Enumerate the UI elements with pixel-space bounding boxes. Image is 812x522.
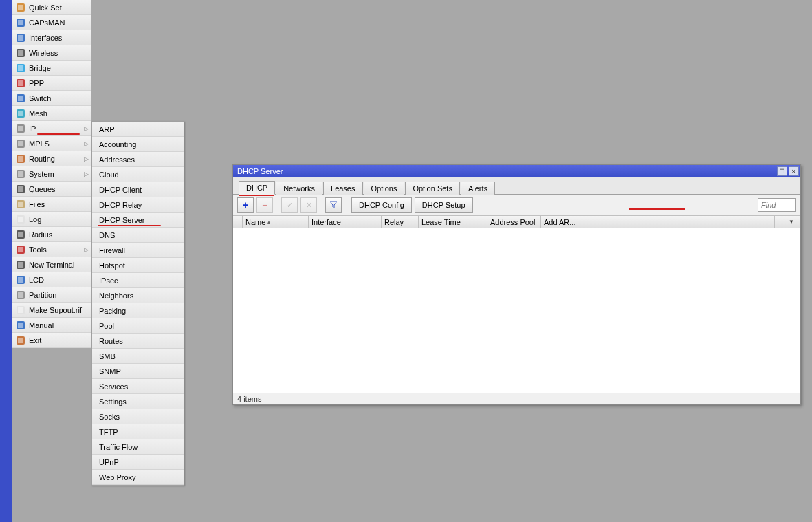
column-header-interface[interactable]: Interface	[309, 216, 382, 228]
submenu-item-hotspot[interactable]: Hotspot	[92, 258, 184, 273]
queues-icon	[15, 184, 26, 195]
column-label: Lease Time	[421, 218, 461, 226]
sidebar-item-wireless[interactable]: Wireless	[12, 45, 91, 61]
sidebar-item-new-terminal[interactable]: New Terminal	[12, 257, 91, 272]
svg-rect-11	[18, 80, 23, 86]
sidebar-item-ip[interactable]: IP▷	[12, 121, 91, 136]
submenu-item-label: SNMP	[99, 367, 121, 376]
sidebar-item-exit[interactable]: Exit	[12, 333, 91, 348]
svg-rect-17	[18, 126, 23, 131]
submenu-item-packing[interactable]: Packing	[92, 303, 184, 318]
remove-button[interactable]: −	[256, 197, 273, 213]
tab-dhcp[interactable]: DHCP	[239, 181, 275, 195]
submenu-item-settings[interactable]: Settings	[92, 394, 184, 409]
log-icon	[15, 214, 26, 225]
sidebar-item-mpls[interactable]: MPLS▷	[12, 136, 91, 151]
window-titlebar[interactable]: DHCP Server ❐ ✕	[233, 165, 800, 177]
svg-rect-41	[18, 307, 23, 313]
submenu-item-label: Services	[99, 382, 128, 391]
sidebar-item-mesh[interactable]: Mesh	[12, 106, 91, 121]
system-icon	[15, 168, 26, 180]
submenu-item-dhcp-client[interactable]: DHCP Client	[92, 182, 184, 197]
submenu-item-label: Pool	[99, 322, 114, 330]
sidebar-item-log[interactable]: Log	[12, 212, 91, 227]
chevron-right-icon: ▷	[84, 246, 89, 253]
sidebar-item-label: LCD	[29, 276, 44, 284]
sidebar-item-switch[interactable]: Switch	[12, 91, 91, 106]
submenu-item-upnp[interactable]: UPnP	[92, 455, 184, 470]
submenu-item-snmp[interactable]: SNMP	[92, 364, 184, 379]
sidebar-item-files[interactable]: Files	[12, 197, 91, 212]
submenu-item-dhcp-relay[interactable]: DHCP Relay	[92, 197, 184, 213]
sidebar-item-label: Files	[29, 200, 45, 208]
exit-icon	[15, 335, 26, 346]
submenu-item-label: Neighbors	[99, 292, 133, 300]
window-close-button[interactable]: ✕	[789, 166, 799, 176]
enable-button[interactable]: ✓	[281, 197, 298, 213]
tab-networks[interactable]: Networks	[276, 182, 322, 195]
svg-rect-5	[18, 35, 23, 41]
window-restore-button[interactable]: ❐	[777, 166, 787, 176]
tab-options[interactable]: Options	[364, 182, 405, 195]
chevron-right-icon: ▷	[84, 155, 89, 162]
sidebar-item-partition[interactable]: Partition	[12, 287, 91, 303]
tab-leases[interactable]: Leases	[323, 182, 362, 195]
sidebar-item-capsman[interactable]: CAPsMAN	[12, 15, 91, 30]
submenu-item-dns[interactable]: DNS	[92, 228, 184, 243]
submenu-item-ipsec[interactable]: IPsec	[92, 273, 184, 288]
submenu-item-dhcp-server[interactable]: DHCP Server	[92, 213, 184, 228]
submenu-item-label: Packing	[99, 307, 126, 315]
column-header-flag[interactable]	[233, 216, 243, 228]
tab-alerts[interactable]: Alerts	[461, 182, 495, 195]
column-chooser-button[interactable]: ▼	[775, 216, 800, 228]
sidebar-item-radius[interactable]: Radius	[12, 227, 91, 242]
sidebar-item-tools[interactable]: Tools▷	[12, 242, 91, 257]
dhcp-setup-button[interactable]: DHCP Setup	[415, 197, 473, 213]
sidebar-item-manual[interactable]: Manual	[12, 318, 91, 333]
supout-icon	[15, 305, 26, 316]
submenu-item-label: UPnP	[99, 458, 119, 466]
column-header-lease-time[interactable]: Lease Time	[419, 216, 487, 228]
submenu-item-routes[interactable]: Routes	[92, 334, 184, 349]
sidebar-item-interfaces[interactable]: Interfaces	[12, 30, 91, 45]
submenu-item-cloud[interactable]: Cloud	[92, 167, 184, 182]
submenu-item-traffic-flow[interactable]: Traffic Flow	[92, 439, 184, 455]
submenu-item-pool[interactable]: Pool	[92, 318, 184, 334]
find-input[interactable]	[758, 198, 796, 212]
mesh-icon	[15, 108, 26, 119]
submenu-item-services[interactable]: Services	[92, 379, 184, 394]
dhcp-config-button[interactable]: DHCP Config	[351, 197, 412, 213]
left-blue-bar	[0, 0, 12, 522]
add-button[interactable]: +	[237, 197, 254, 213]
sidebar-item-make-supout-rif[interactable]: Make Supout.rif	[12, 303, 91, 318]
submenu-item-addresses[interactable]: Addresses	[92, 152, 184, 167]
sidebar-item-lcd[interactable]: LCD	[12, 272, 91, 287]
column-header-relay[interactable]: Relay	[382, 216, 419, 228]
submenu-item-smb[interactable]: SMB	[92, 349, 184, 364]
sidebar-item-label: Partition	[29, 291, 56, 299]
table-body[interactable]	[233, 228, 800, 393]
sidebar-item-quick-set[interactable]: Quick Set	[12, 0, 91, 15]
sidebar-item-system[interactable]: System▷	[12, 166, 91, 182]
sidebar-item-ppp[interactable]: PPP	[12, 76, 91, 91]
disable-button[interactable]: ✕	[300, 197, 317, 213]
sidebar-item-queues[interactable]: Queues	[12, 182, 91, 197]
submenu-item-tftp[interactable]: TFTP	[92, 424, 184, 439]
column-header-name[interactable]: Name▴	[243, 216, 309, 228]
sidebar-item-bridge[interactable]: Bridge	[12, 61, 91, 76]
svg-rect-3	[18, 20, 23, 25]
submenu-item-neighbors[interactable]: Neighbors	[92, 288, 184, 303]
submenu-item-firewall[interactable]: Firewall	[92, 243, 184, 258]
sidebar-item-routing[interactable]: Routing▷	[12, 151, 91, 166]
filter-button[interactable]	[325, 197, 342, 213]
tab-option-sets[interactable]: Option Sets	[405, 182, 459, 195]
svg-rect-9	[18, 65, 23, 71]
column-header-address-pool[interactable]: Address Pool	[487, 216, 541, 228]
submenu-item-accounting[interactable]: Accounting	[92, 137, 184, 152]
submenu-item-label: DHCP Server	[99, 216, 144, 224]
submenu-item-web-proxy[interactable]: Web Proxy	[92, 470, 184, 485]
column-label: Add AR...	[544, 218, 575, 226]
submenu-item-arp[interactable]: ARP	[92, 122, 184, 137]
column-header-add-ar-[interactable]: Add AR...	[541, 216, 775, 228]
submenu-item-socks[interactable]: Socks	[92, 409, 184, 424]
